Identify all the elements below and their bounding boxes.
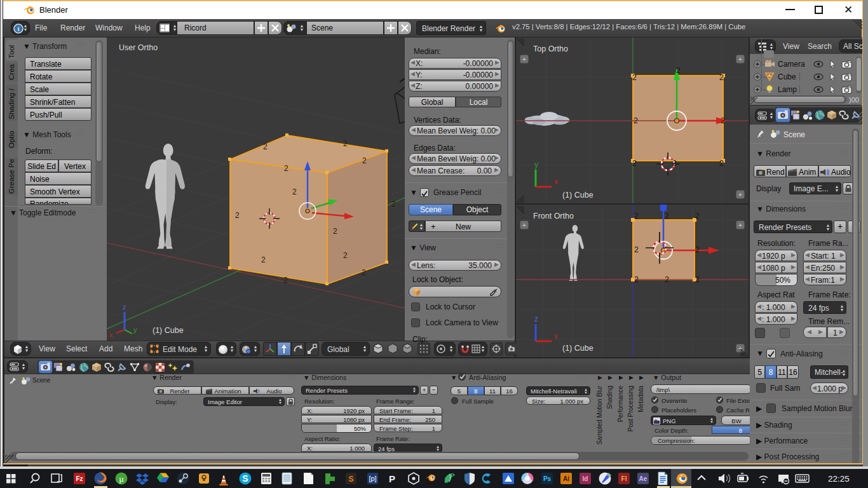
svg-text:+: + — [738, 221, 742, 229]
svg-text:y: y — [534, 160, 538, 169]
svg-text:2: 2 — [695, 212, 700, 220]
svg-text:Front Ortho: Front Ortho — [533, 212, 574, 220]
svg-text:2: 2 — [721, 116, 725, 125]
svg-text:[p]: [p] — [369, 475, 376, 482]
svg-text:z: z — [123, 303, 126, 311]
svg-text:2: 2 — [632, 159, 637, 168]
svg-text:(1) Cube: (1) Cube — [153, 326, 184, 335]
svg-text:µ: µ — [119, 474, 124, 484]
svg-text:x: x — [554, 332, 558, 341]
svg-text:2: 2 — [676, 66, 681, 75]
svg-text:2: 2 — [634, 275, 639, 284]
svg-text:2: 2 — [292, 187, 297, 196]
svg-text:2: 2 — [283, 276, 288, 285]
svg-text:2: 2 — [695, 275, 700, 284]
svg-text:(1) Cube: (1) Cube — [562, 191, 593, 200]
svg-text:2: 2 — [665, 212, 669, 220]
svg-text:2: 2 — [634, 245, 639, 254]
svg-text:User Ortho: User Ortho — [119, 43, 158, 52]
svg-text:2: 2 — [362, 268, 366, 277]
svg-text:S: S — [242, 473, 248, 484]
svg-text:2: 2 — [284, 164, 288, 173]
svg-text:2: 2 — [672, 159, 677, 168]
svg-text:+: + — [522, 55, 526, 63]
svg-text:2: 2 — [719, 159, 724, 168]
svg-text:y: y — [133, 326, 137, 334]
svg-text:2: 2 — [263, 142, 268, 151]
svg-text:Ps: Ps — [543, 475, 552, 482]
svg-text:2: 2 — [235, 211, 240, 220]
svg-text:i: i — [17, 25, 19, 32]
svg-text:+: + — [738, 55, 742, 63]
svg-text:S: S — [348, 475, 353, 484]
svg-text:2: 2 — [634, 116, 638, 125]
svg-text:Ai: Ai — [563, 475, 569, 482]
svg-text:z: z — [534, 315, 538, 323]
svg-text:P: P — [389, 473, 395, 484]
svg-text:2: 2 — [632, 73, 637, 82]
svg-text:x: x — [109, 331, 113, 339]
svg-text:2: 2 — [343, 139, 348, 148]
svg-text:Fl: Fl — [621, 475, 627, 482]
svg-text:(1) Cube: (1) Cube — [562, 344, 593, 353]
svg-text:2: 2 — [719, 73, 724, 82]
svg-text:2: 2 — [665, 275, 669, 284]
svg-text:Id: Id — [583, 475, 588, 482]
svg-text:x: x — [554, 177, 558, 186]
svg-text:Top Ortho: Top Ortho — [533, 44, 568, 53]
svg-text:2: 2 — [695, 245, 700, 254]
svg-text:Ae: Ae — [639, 475, 648, 482]
svg-text:2: 2 — [343, 251, 348, 260]
svg-text:+: + — [738, 191, 742, 198]
svg-text:+: + — [522, 221, 526, 229]
svg-text:2: 2 — [261, 255, 266, 264]
svg-text:Fz: Fz — [76, 475, 83, 482]
svg-text:2: 2 — [362, 156, 367, 165]
svg-text:2: 2 — [333, 227, 337, 236]
svg-text:22:25: 22:25 — [828, 474, 850, 484]
svg-text:2: 2 — [634, 212, 639, 220]
svg-text:2: 2 — [391, 200, 396, 208]
